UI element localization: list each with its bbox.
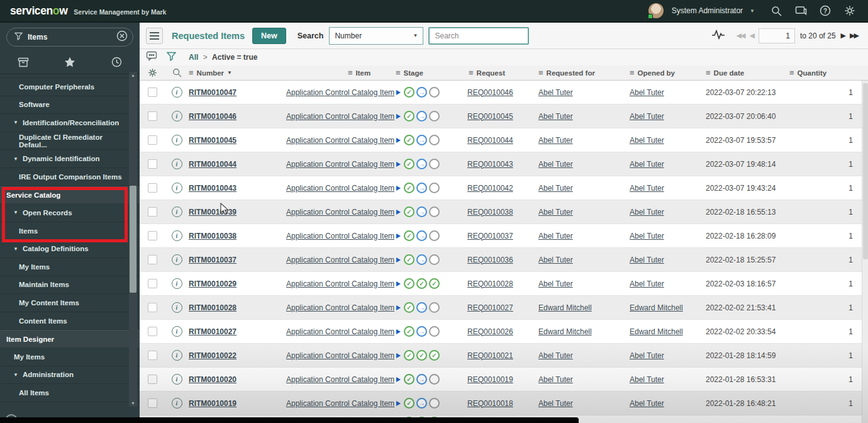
requested-for-link[interactable]: Abel Tuter xyxy=(538,136,573,145)
number-link[interactable]: RITM0010022 xyxy=(189,351,277,360)
item-link[interactable]: Application Control Catalog Item xyxy=(286,327,394,336)
requested-for-link[interactable]: Abel Tuter xyxy=(538,375,573,384)
item-link[interactable]: Application Control Catalog Item xyxy=(286,232,394,240)
info-icon[interactable]: i xyxy=(172,159,182,169)
number-link[interactable]: RITM0010043 xyxy=(189,184,277,193)
item-link[interactable]: Application Control Catalog Item xyxy=(286,399,394,408)
servicenow-logo[interactable]: servicenow xyxy=(10,4,67,18)
sidebar-section-service-catalog[interactable]: Service Catalog xyxy=(0,186,140,205)
opened-by-link[interactable]: Abel Tuter xyxy=(630,232,664,240)
opened-by-link[interactable]: Edward Mitchell xyxy=(630,303,683,312)
item-link[interactable]: Application Control Catalog Item xyxy=(286,160,394,169)
connect-chat-icon[interactable] xyxy=(791,3,810,19)
activity-stream-icon[interactable] xyxy=(711,30,725,42)
number-link[interactable]: RITM0010045 xyxy=(189,136,277,145)
row-checkbox[interactable] xyxy=(148,135,157,145)
expanded-caret-icon[interactable]: ▼ xyxy=(13,156,18,162)
number-link[interactable]: RITM0010038 xyxy=(189,232,277,240)
row-checkbox[interactable] xyxy=(148,255,157,264)
number-link[interactable]: RITM0010019 xyxy=(189,399,277,408)
tab-all-applications[interactable] xyxy=(0,50,47,74)
chevron-down-icon[interactable]: ▼ xyxy=(750,8,755,14)
sidebar-item-software[interactable]: Software xyxy=(0,96,140,115)
scroll-down-icon[interactable]: ▼ xyxy=(129,401,137,405)
item-link[interactable]: Application Control Catalog Item xyxy=(286,375,394,384)
item-link[interactable]: Application Control Catalog Item xyxy=(286,303,394,312)
list-scrollbar[interactable] xyxy=(862,81,868,423)
personalize-list-chat-icon[interactable] xyxy=(146,51,158,64)
request-link[interactable]: REQ0010037 xyxy=(467,232,535,240)
sidebar-item-administration[interactable]: ▼Administration xyxy=(0,366,140,385)
requested-for-link[interactable]: Abel Tuter xyxy=(538,184,573,193)
row-checkbox[interactable] xyxy=(148,351,157,360)
sidebar-scrollbar[interactable]: ▲ ▼ xyxy=(129,72,137,407)
request-link[interactable]: REQ0010042 xyxy=(467,184,535,193)
info-icon[interactable]: i xyxy=(172,183,182,193)
row-checkbox[interactable] xyxy=(148,279,157,288)
request-link[interactable]: REQ0010045 xyxy=(467,112,535,121)
sidebar-item-items[interactable]: Items xyxy=(0,222,140,240)
next-page-icon[interactable]: ▶ xyxy=(841,31,845,40)
sidebar-item-all-items[interactable]: All Items xyxy=(0,384,140,402)
info-icon[interactable]: i xyxy=(172,326,182,337)
opened-by-link[interactable]: Edward Mitchell xyxy=(630,327,683,336)
info-icon[interactable]: i xyxy=(172,350,182,361)
sidebar-item-my-items[interactable]: My Items xyxy=(0,348,140,366)
column-header-request[interactable]: ≡Request xyxy=(467,68,535,77)
sidebar-item-open-records[interactable]: ▼Open Records xyxy=(0,204,140,222)
new-button[interactable]: New xyxy=(252,28,286,44)
item-link[interactable]: Application Control Catalog Item xyxy=(286,184,394,193)
list-title[interactable]: Requested Items xyxy=(172,31,245,41)
row-checkbox[interactable] xyxy=(148,231,157,240)
info-icon[interactable]: i xyxy=(172,374,182,385)
sidebar-item-catalog-definitions[interactable]: ▼Catalog Definitions xyxy=(0,240,140,258)
info-icon[interactable]: i xyxy=(172,254,182,265)
item-link[interactable]: Application Control Catalog Item xyxy=(286,279,394,288)
navigator-filter-input[interactable]: Items xyxy=(28,33,116,42)
info-icon[interactable]: i xyxy=(172,111,182,121)
request-link[interactable]: REQ0010018 xyxy=(467,399,535,408)
info-icon[interactable]: i xyxy=(172,206,182,217)
requested-for-link[interactable]: Abel Tuter xyxy=(538,112,573,121)
page-start-input[interactable] xyxy=(759,28,795,43)
expanded-caret-icon[interactable]: ▼ xyxy=(13,372,18,378)
number-link[interactable]: RITM0010044 xyxy=(189,160,277,169)
request-link[interactable]: REQ0010036 xyxy=(467,256,535,264)
sidebar-item-ire-output-comparison-items[interactable]: IRE Output Comparison Items xyxy=(0,168,140,186)
previous-page-icon[interactable]: ◀ xyxy=(749,31,753,40)
requested-for-link[interactable]: Abel Tuter xyxy=(538,160,573,169)
sidebar-item-my-content-items[interactable]: My Content Items xyxy=(0,294,140,312)
first-page-icon[interactable]: ◀◀ xyxy=(737,31,745,40)
number-link[interactable]: RITM0010046 xyxy=(189,112,277,121)
number-link[interactable]: RITM0010037 xyxy=(189,256,277,264)
request-link[interactable]: REQ0010021 xyxy=(467,351,535,360)
list-search-icon[interactable] xyxy=(165,68,189,77)
column-header-item[interactable]: ≡Item xyxy=(277,68,393,77)
sidebar-item-my-items[interactable]: My Items xyxy=(0,258,140,276)
number-link[interactable]: RITM0010029 xyxy=(189,279,277,288)
request-link[interactable]: REQ0010046 xyxy=(467,88,535,97)
number-link[interactable]: RITM0010020 xyxy=(189,375,277,384)
sidebar-item-computer-peripherals[interactable]: Computer Peripherals xyxy=(0,78,140,96)
opened-by-link[interactable]: Abel Tuter xyxy=(630,375,664,384)
requested-for-link[interactable]: Abel Tuter xyxy=(538,399,573,408)
info-icon[interactable]: i xyxy=(172,398,182,409)
tab-favorites[interactable] xyxy=(47,50,93,74)
requested-for-link[interactable]: Edward Mitchell xyxy=(538,327,592,336)
avatar[interactable] xyxy=(648,3,664,18)
request-link[interactable]: REQ0010038 xyxy=(467,208,535,217)
breadcrumb-condition[interactable]: Active = true xyxy=(212,53,257,62)
opened-by-link[interactable]: Abel Tuter xyxy=(630,208,664,217)
request-link[interactable]: REQ0010027 xyxy=(467,303,535,312)
column-header-quantity[interactable]: ≡Quantity xyxy=(789,68,868,77)
column-header-due-date[interactable]: ≡Due date xyxy=(704,68,789,77)
scroll-up-icon[interactable]: ▲ xyxy=(129,73,137,77)
expanded-caret-icon[interactable]: ▼ xyxy=(13,210,18,215)
sidebar-item-duplicate-ci-remediator-defaul[interactable]: Duplicate CI Remediator Defaul... xyxy=(0,132,140,150)
scrollbar-thumb[interactable] xyxy=(130,186,136,293)
help-icon[interactable]: ? xyxy=(816,3,835,19)
list-gear-icon[interactable] xyxy=(140,68,165,77)
list-context-menu-icon[interactable] xyxy=(146,28,163,44)
opened-by-link[interactable]: Abel Tuter xyxy=(630,136,664,145)
item-link[interactable]: Application Control Catalog Item xyxy=(286,351,394,360)
